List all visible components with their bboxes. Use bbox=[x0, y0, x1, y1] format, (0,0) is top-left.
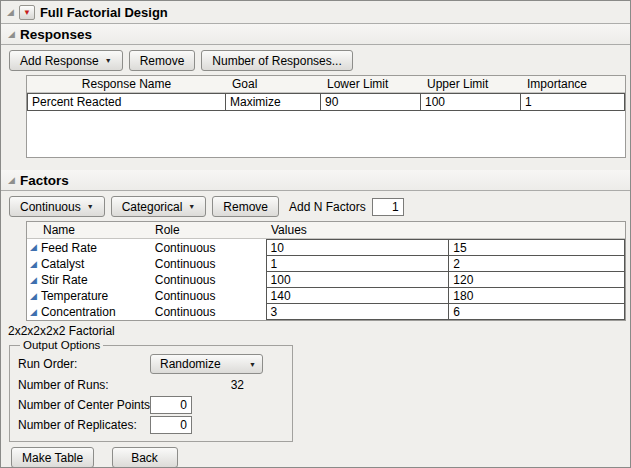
responses-section-title: Responses bbox=[20, 27, 92, 42]
factor-role-cell[interactable]: Continuous bbox=[151, 272, 266, 288]
continuous-factor-icon: ◢ bbox=[30, 276, 37, 285]
output-options-title: Output Options bbox=[20, 339, 103, 351]
factor-high-value-cell[interactable]: 6 bbox=[449, 304, 625, 320]
col-factor-role: Role bbox=[151, 223, 266, 237]
factor-row: ◢ Temperature Continuous 140 180 bbox=[27, 288, 625, 304]
factor-role-cell[interactable]: Continuous bbox=[151, 304, 266, 320]
make-table-button[interactable]: Make Table bbox=[11, 447, 94, 468]
outline-title-row: ◢ ▼ Full Factorial Design bbox=[1, 1, 630, 24]
center-points-row: Number of Center Points: bbox=[18, 396, 284, 414]
full-factorial-design-window: ◢ ▼ Full Factorial Design ◢ Responses Ad… bbox=[0, 0, 631, 468]
chevron-down-icon: ▼ bbox=[249, 361, 256, 368]
responses-section-header: ◢ Responses bbox=[1, 24, 630, 45]
run-order-dropdown[interactable]: Randomize ▼ bbox=[150, 354, 263, 374]
responses-table-header: Response Name Goal Lower Limit Upper Lim… bbox=[27, 76, 625, 93]
response-name-cell[interactable]: Percent Reacted bbox=[27, 93, 226, 111]
response-lower-limit-cell[interactable]: 90 bbox=[321, 93, 421, 111]
replicates-input[interactable] bbox=[150, 416, 192, 434]
chevron-down-icon: ▼ bbox=[105, 57, 112, 64]
factors-section-header: ◢ Factors bbox=[1, 170, 630, 191]
factor-high-value-cell[interactable]: 120 bbox=[449, 272, 625, 288]
categorical-factor-button[interactable]: Categorical ▼ bbox=[111, 196, 207, 217]
col-upper-limit: Upper Limit bbox=[421, 77, 521, 91]
page-title: Full Factorial Design bbox=[40, 5, 168, 20]
continuous-factor-icon: ◢ bbox=[30, 292, 37, 301]
responses-table-empty-area bbox=[27, 111, 625, 157]
factor-low-value-cell[interactable]: 1 bbox=[266, 256, 450, 272]
add-response-button[interactable]: Add Response ▼ bbox=[9, 50, 123, 71]
remove-factor-button[interactable]: Remove bbox=[212, 196, 279, 217]
factor-high-value-cell[interactable]: 2 bbox=[449, 256, 625, 272]
chevron-down-icon: ▼ bbox=[188, 203, 195, 210]
response-upper-limit-cell[interactable]: 100 bbox=[421, 93, 521, 111]
red-triangle-icon: ▼ bbox=[23, 9, 31, 17]
red-triangle-menu-button[interactable]: ▼ bbox=[19, 5, 35, 20]
factor-name-cell[interactable]: ◢ Temperature bbox=[27, 288, 151, 304]
col-importance: Importance bbox=[521, 77, 625, 91]
responses-table: Response Name Goal Lower Limit Upper Lim… bbox=[26, 75, 626, 158]
factor-low-value-cell[interactable]: 3 bbox=[266, 304, 450, 320]
add-response-label: Add Response bbox=[20, 54, 99, 68]
factor-row: ◢ Catalyst Continuous 1 2 bbox=[27, 256, 625, 272]
col-factor-values: Values bbox=[266, 223, 625, 237]
number-of-runs-row: Number of Runs: 32 bbox=[18, 376, 284, 394]
factor-name-cell[interactable]: ◢ Feed Rate bbox=[27, 239, 151, 256]
responses-toolbar: Add Response ▼ Remove Number of Response… bbox=[1, 45, 630, 75]
factor-low-value-cell[interactable]: 100 bbox=[266, 272, 450, 288]
factors-disclosure-icon[interactable]: ◢ bbox=[8, 176, 15, 185]
disclosure-triangle-icon[interactable]: ◢ bbox=[7, 8, 14, 17]
add-n-factors-label: Add N Factors bbox=[289, 200, 366, 214]
factors-table: Name Role Values ◢ Feed Rate Continuous … bbox=[26, 221, 626, 321]
run-order-row: Run Order: Randomize ▼ bbox=[18, 354, 284, 374]
col-response-name: Response Name bbox=[27, 77, 226, 91]
continuous-factor-icon: ◢ bbox=[30, 308, 37, 317]
factors-toolbar: Continuous ▼ Categorical ▼ Remove Add N … bbox=[1, 191, 630, 221]
col-factor-name: Name bbox=[27, 223, 151, 237]
factors-section-title: Factors bbox=[20, 173, 69, 188]
factor-role-cell[interactable]: Continuous bbox=[151, 288, 266, 304]
number-of-responses-button[interactable]: Number of Responses... bbox=[201, 50, 352, 71]
factor-row: ◢ Feed Rate Continuous 10 15 bbox=[27, 239, 625, 256]
factor-role-cell[interactable]: Continuous bbox=[151, 239, 266, 256]
replicates-row: Number of Replicates: bbox=[18, 416, 284, 434]
back-button[interactable]: Back bbox=[112, 447, 178, 468]
factor-name-cell[interactable]: ◢ Stir Rate bbox=[27, 272, 151, 288]
run-order-label: Run Order: bbox=[18, 357, 150, 371]
output-options-group: Output Options Run Order: Randomize ▼ Nu… bbox=[9, 339, 293, 442]
number-of-runs-label: Number of Runs: bbox=[18, 378, 150, 392]
responses-disclosure-icon[interactable]: ◢ bbox=[8, 30, 15, 39]
continuous-factor-icon: ◢ bbox=[30, 260, 37, 269]
factor-high-value-cell[interactable]: 15 bbox=[449, 239, 625, 256]
factor-name-cell[interactable]: ◢ Concentration bbox=[27, 304, 151, 320]
response-row: Percent Reacted Maximize 90 100 1 bbox=[27, 93, 625, 111]
response-importance-cell[interactable]: 1 bbox=[521, 93, 625, 111]
center-points-input[interactable] bbox=[150, 396, 192, 414]
factor-name-cell[interactable]: ◢ Catalyst bbox=[27, 256, 151, 272]
continuous-factor-icon: ◢ bbox=[30, 243, 37, 252]
replicates-label: Number of Replicates: bbox=[18, 418, 150, 432]
response-goal-cell[interactable]: Maximize bbox=[226, 93, 321, 111]
number-of-runs-value: 32 bbox=[150, 378, 258, 392]
col-lower-limit: Lower Limit bbox=[321, 77, 421, 91]
run-order-value: Randomize bbox=[160, 357, 221, 371]
col-goal: Goal bbox=[226, 77, 321, 91]
remove-response-button[interactable]: Remove bbox=[129, 50, 196, 71]
factor-low-value-cell[interactable]: 10 bbox=[266, 239, 450, 256]
add-n-factors-input[interactable] bbox=[372, 198, 404, 216]
factor-low-value-cell[interactable]: 140 bbox=[266, 288, 450, 304]
center-points-label: Number of Center Points: bbox=[18, 398, 150, 412]
chevron-down-icon: ▼ bbox=[87, 203, 94, 210]
factors-table-header: Name Role Values bbox=[27, 222, 625, 239]
design-summary-text: 2x2x2x2x2 Factorial bbox=[8, 324, 630, 338]
factor-row: ◢ Concentration Continuous 3 6 bbox=[27, 304, 625, 320]
factor-row: ◢ Stir Rate Continuous 100 120 bbox=[27, 272, 625, 288]
factor-role-cell[interactable]: Continuous bbox=[151, 256, 266, 272]
factor-high-value-cell[interactable]: 180 bbox=[449, 288, 625, 304]
continuous-factor-button[interactable]: Continuous ▼ bbox=[9, 196, 105, 217]
